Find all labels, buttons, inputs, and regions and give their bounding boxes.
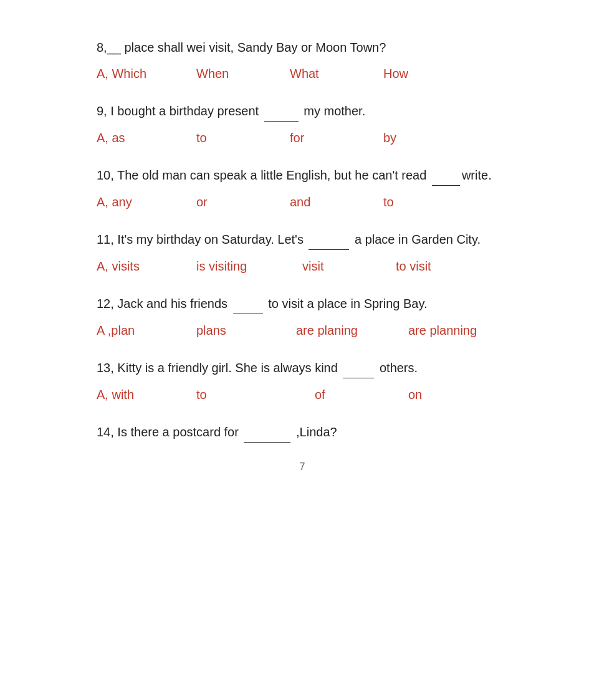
question-12: 12, Jack and his friends to visit a plac… — [97, 294, 508, 340]
q10-option-d: to — [383, 192, 477, 212]
q13-body-before: 13, Kitty is a friendly girl. She is alw… — [97, 361, 341, 375]
q10-option-c: and — [290, 192, 383, 212]
page-number: 7 — [97, 461, 508, 472]
q11-blank — [309, 229, 349, 250]
q9-option-a: A, as — [97, 128, 196, 148]
q10-body-before: 10, The old man can speak a little Engli… — [97, 168, 430, 182]
question-10: 10, The old man can speak a little Engli… — [97, 165, 508, 212]
q10-blank — [432, 165, 460, 186]
question-13-text: 13, Kitty is a friendly girl. She is alw… — [97, 358, 508, 378]
q9-body-before: 9, I bought a birthday present — [97, 104, 262, 118]
q8-label: 8, — [97, 41, 107, 54]
q11-option-a: A, visits — [97, 256, 196, 276]
q9-body-after: my mother. — [300, 104, 365, 118]
q11-option-b: is visiting — [196, 256, 302, 276]
q13-option-b: to — [196, 385, 315, 405]
q10-option-b: or — [196, 192, 290, 212]
question-8: 8,__ place shall wei visit, Sandy Bay or… — [97, 37, 508, 84]
q11-body-after: a place in Garden City. — [351, 233, 481, 246]
question-11-text: 11, It's my birthday on Saturday. Let's … — [97, 229, 508, 250]
question-14-text: 14, Is there a postcard for ,Linda? — [97, 422, 508, 443]
q10-options: A, any or and to — [97, 192, 508, 212]
q8-body: place shall wei visit, Sandy Bay or Moon… — [125, 41, 386, 54]
q13-option-d: on — [408, 385, 502, 405]
q11-options: A, visits is visiting visit to visit — [97, 256, 508, 276]
q12-options: A ,plan plans are planing are planning — [97, 320, 508, 340]
question-13: 13, Kitty is a friendly girl. She is alw… — [97, 358, 508, 405]
q12-option-b: plans — [196, 320, 296, 340]
question-14: 14, Is there a postcard for ,Linda? — [97, 422, 508, 443]
q10-option-a: A, any — [97, 192, 196, 212]
q9-blank — [264, 101, 299, 122]
q9-option-d: by — [383, 128, 477, 148]
q11-option-c: visit — [302, 256, 396, 276]
q12-option-d: are planning — [408, 320, 502, 340]
q10-body-after: write. — [462, 168, 492, 182]
q14-blank — [244, 422, 290, 443]
q13-options: A, with to of on — [97, 385, 508, 405]
q9-options: A, as to for by — [97, 128, 508, 148]
q12-option-c: are planing — [296, 320, 408, 340]
q13-option-c: of — [315, 385, 408, 405]
q11-option-d: to visit — [396, 256, 489, 276]
q8-options: A, Which When What How — [97, 64, 508, 84]
q14-body-before: 14, Is there a postcard for — [97, 425, 242, 439]
question-8-text: 8,__ place shall wei visit, Sandy Bay or… — [97, 37, 508, 57]
q9-option-c: for — [290, 128, 383, 148]
q8-option-b: When — [196, 64, 290, 84]
q14-body-after: ,Linda? — [292, 425, 337, 439]
q12-blank — [233, 294, 263, 314]
q13-body-after: others. — [376, 361, 418, 375]
question-12-text: 12, Jack and his friends to visit a plac… — [97, 294, 508, 314]
q8-option-d: How — [383, 64, 477, 84]
q12-body-before: 12, Jack and his friends — [97, 297, 231, 310]
question-10-text: 10, The old man can speak a little Engli… — [97, 165, 508, 186]
q13-blank — [343, 358, 374, 378]
q11-body-before: 11, It's my birthday on Saturday. Let's — [97, 233, 307, 246]
question-9-text: 9, I bought a birthday present my mother… — [97, 101, 508, 122]
question-9: 9, I bought a birthday present my mother… — [97, 101, 508, 148]
question-11: 11, It's my birthday on Saturday. Let's … — [97, 229, 508, 276]
q12-body-after: to visit a place in Spring Bay. — [265, 297, 428, 310]
q12-option-a: A ,plan — [97, 320, 196, 340]
q9-option-b: to — [196, 128, 290, 148]
q8-option-c: What — [290, 64, 383, 84]
q8-option-a: A, Which — [97, 64, 196, 84]
q13-option-a: A, with — [97, 385, 196, 405]
q8-blank: __ — [107, 41, 121, 54]
